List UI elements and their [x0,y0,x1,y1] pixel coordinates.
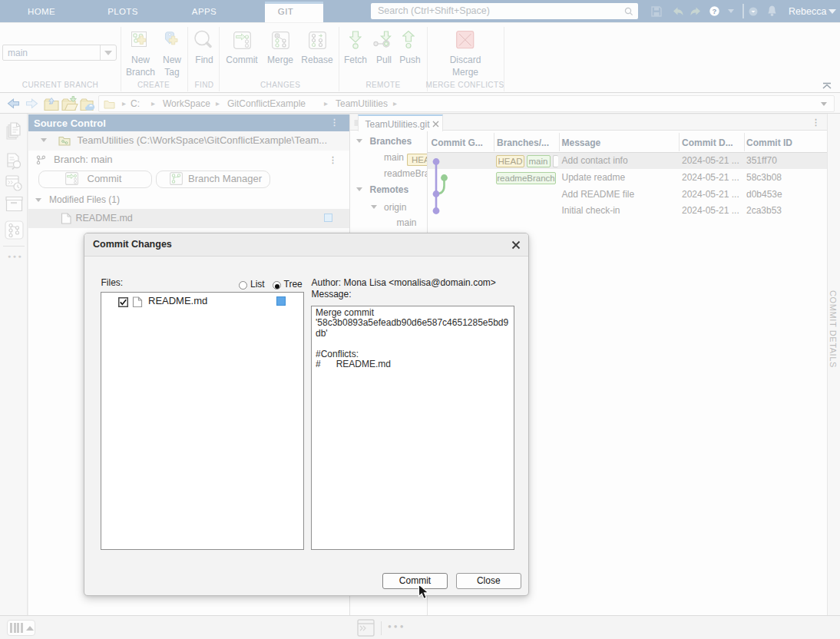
svg-text:?: ? [713,7,717,15]
